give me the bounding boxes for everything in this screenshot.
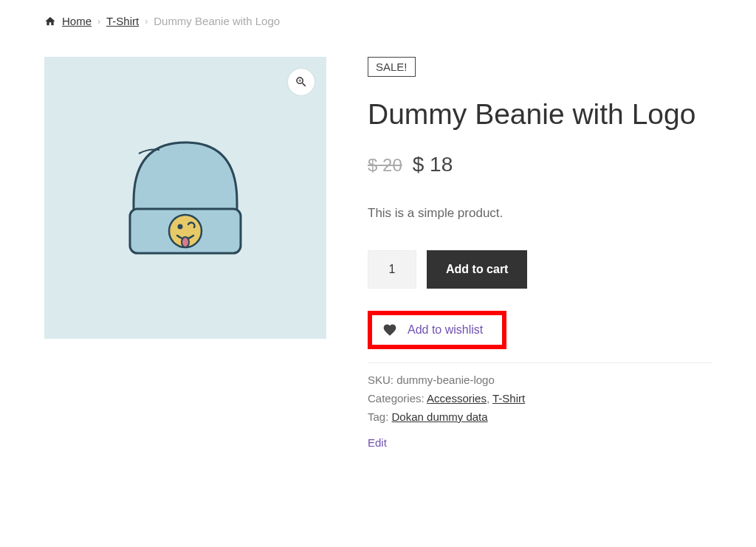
heart-icon [382,323,397,337]
svg-point-2 [178,224,183,230]
price-old: $ 20 [368,155,402,176]
breadcrumb: Home › T-Shirt › Dummy Beanie with Logo [44,15,712,27]
category-link-accessories[interactable]: Accessories [427,392,487,405]
product-image[interactable] [44,57,326,339]
quantity-input[interactable] [368,250,416,289]
add-to-wishlist-button[interactable]: Add to wishlist [368,311,506,349]
wishlist-label: Add to wishlist [408,323,483,337]
product-info: SALE! Dummy Beanie with Logo $ 20 $ 18 T… [368,57,712,450]
edit-link[interactable]: Edit [368,436,387,449]
product-description: This is a simple product. [368,206,712,221]
sku-value: dummy-beanie-logo [396,374,495,386]
breadcrumb-current: Dummy Beanie with Logo [154,15,280,27]
home-icon[interactable] [44,16,56,27]
categories-line: Categories: Accessories, T-Shirt [368,392,712,405]
beanie-illustration [100,113,270,283]
tag-link[interactable]: Dokan dummy data [392,410,488,423]
breadcrumb-category-link[interactable]: T-Shirt [106,15,139,27]
meta-separator [368,362,712,363]
product-container: SALE! Dummy Beanie with Logo $ 20 $ 18 T… [44,57,712,450]
price-row: $ 20 $ 18 [368,153,712,176]
breadcrumb-home-link[interactable]: Home [62,15,92,27]
sku-line: SKU: dummy-beanie-logo [368,374,712,386]
zoom-icon[interactable] [288,69,315,95]
product-title: Dummy Beanie with Logo [368,97,712,132]
sale-badge: SALE! [368,57,416,77]
cart-row: Add to cart [368,250,712,289]
add-to-cart-button[interactable]: Add to cart [427,250,527,289]
chevron-right-icon: › [145,16,148,27]
chevron-right-icon: › [97,16,100,27]
svg-point-3 [182,237,189,247]
category-link-tshirt[interactable]: T-Shirt [492,392,525,405]
tag-line: Tag: Dokan dummy data [368,410,712,423]
price-new: $ 18 [413,153,453,176]
